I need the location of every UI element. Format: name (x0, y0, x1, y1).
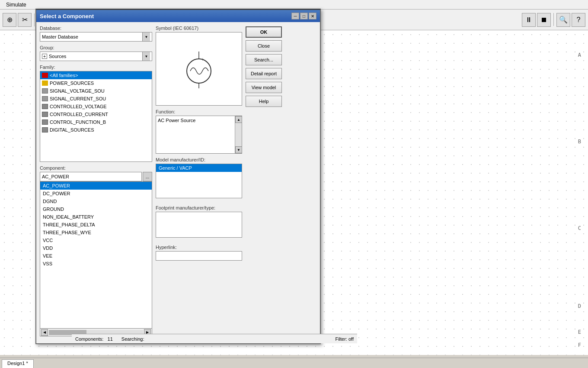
svg-text:+: + (201, 57, 204, 62)
family-list: <All families> POWER_SOURCES SIGNAL_VOLT… (40, 71, 152, 162)
close-button[interactable]: ✕ (309, 13, 316, 19)
database-combo-arrow: ▼ (142, 32, 150, 41)
components-count-value: 11 (108, 336, 113, 342)
group-expand-icon[interactable]: + (42, 54, 47, 59)
menu-bar: Simulate (0, 0, 588, 10)
hyperlink-label: Hyperlink: (156, 245, 242, 250)
detail-report-button[interactable]: Detail report (246, 68, 282, 79)
ok-button[interactable]: OK (246, 26, 282, 38)
family-icon-signal-c (42, 96, 48, 101)
group-label: Group: (40, 45, 152, 50)
model-mfr-label: Model manufacturer/ID: (156, 157, 242, 162)
toolbar-btn-stop[interactable]: ⏹ (537, 13, 551, 27)
canvas-label-a: A (578, 52, 581, 58)
component-item-three-phase-wye[interactable]: THREE_PHASE_WYE (40, 229, 152, 236)
canvas-label-b: B (578, 139, 581, 145)
menu-simulate[interactable]: Simulate (2, 1, 31, 9)
component-item-vss[interactable]: VSS (40, 260, 152, 268)
right-toolbar: ⏸ ⏹ 🔍 ? (522, 13, 585, 27)
model-mfr-section: Model manufacturer/ID: Generic / VACP (156, 157, 242, 198)
model-item-generic[interactable]: Generic / VACP (156, 164, 242, 172)
family-item-digital[interactable]: DIGITAL_SOURCES (40, 126, 152, 134)
component-item-ac-power[interactable]: AC_POWER (40, 182, 152, 190)
family-item-ctrl-c[interactable]: CONTROLLED_CURRENT (40, 110, 152, 118)
family-item-signal-v[interactable]: SIGNAL_VOLTAGE_SOU (40, 87, 152, 95)
family-icon-signal-v (42, 88, 48, 94)
component-browse-button[interactable]: ... (143, 172, 152, 181)
hyperlink-input[interactable] (156, 251, 242, 261)
family-item-ctrl-v[interactable]: CONTROLLED_VOLTAGE (40, 103, 152, 110)
family-item-ctrl-c-label: CONTROLLED_CURRENT (50, 112, 108, 117)
toolbar-btn-2[interactable]: ✂ (18, 13, 32, 27)
family-item-all-label: <All families> (50, 73, 78, 78)
close-button-btn[interactable]: Close (246, 40, 282, 52)
component-item-vdd[interactable]: VDD (40, 244, 152, 252)
maximize-button[interactable]: □ (300, 13, 308, 19)
family-icon-power (42, 81, 48, 86)
function-label: Function: (156, 109, 242, 114)
canvas-label-c: C (578, 225, 581, 231)
family-icon-ctrl-c (42, 112, 48, 117)
function-scroll-track (235, 123, 242, 146)
footprint-box (156, 212, 242, 238)
app-background: Simulate ⊕ ✂ M ◇ ---- ⚡ ↩ ⊞ ⊠ ⏸ ⏹ 🔍 ? A … (0, 0, 588, 368)
separator-1 (34, 13, 35, 26)
dialog-titlebar[interactable]: Select a Component ─ □ ✕ (36, 10, 320, 22)
minimize-button[interactable]: ─ (291, 13, 299, 19)
symbol-section: Symbol (IEC 60617) (156, 26, 242, 106)
family-item-power[interactable]: POWER_SOURCES (40, 79, 152, 87)
family-label: Family: (40, 65, 152, 70)
family-icon-digital (42, 127, 48, 132)
family-field-group: Family: <All families> POWER_SOURCES (40, 65, 152, 162)
function-scrollbar[interactable]: ▲ ▼ (235, 116, 242, 153)
tab-design1[interactable]: Design1 * (2, 359, 34, 368)
family-item-ctrl-v-label: CONTROLLED_VOLTAGE (50, 104, 107, 109)
group-combo[interactable]: + Sources ▼ (40, 52, 152, 61)
model-mfr-box: Generic / VACP (156, 164, 242, 198)
symbol-box: + (156, 32, 242, 106)
database-combo[interactable]: Master Database ▼ (40, 32, 152, 42)
family-item-signal-c[interactable]: SIGNAL_CURRENT_SOU (40, 95, 152, 103)
symbol-label: Symbol (IEC 60617) (156, 26, 242, 31)
family-item-power-label: POWER_SOURCES (50, 81, 94, 86)
toolbar-btn-pause[interactable]: ⏸ (522, 13, 536, 27)
canvas-label-e: E (578, 329, 581, 335)
component-item-dc-power[interactable]: DC_POWER (40, 190, 152, 197)
search-button[interactable]: Search... (246, 54, 282, 65)
component-item-dgnd[interactable]: DGND (40, 197, 152, 205)
component-item-non-ideal-battery[interactable]: NON_IDEAL_BATTERY (40, 213, 152, 221)
component-field-group: Component: AC_POWER ... AC_POWER DC_POWE… (40, 165, 152, 336)
function-text-area: AC Power Source ▲ ▼ (156, 116, 242, 154)
group-value: Sources (49, 54, 66, 59)
function-value: AC Power Source (158, 118, 195, 123)
canvas-label-f: F (578, 342, 581, 348)
view-model-button[interactable]: View model (246, 82, 282, 93)
family-icon-ctrl-f (42, 119, 48, 125)
family-item-signal-c-label: SIGNAL_CURRENT_SOU (50, 96, 106, 101)
family-icon-all (42, 73, 48, 78)
family-item-digital-label: DIGITAL_SOURCES (50, 127, 94, 132)
toolbar-btn-help[interactable]: ? (572, 13, 585, 27)
function-scroll-up[interactable]: ▲ (235, 116, 242, 123)
components-count-label: Components: 11 (75, 336, 113, 342)
footprint-section: Footprint manufacturer/type: (156, 205, 242, 238)
component-item-vcc[interactable]: VCC (40, 236, 152, 244)
family-item-all[interactable]: <All families> (40, 71, 152, 79)
component-item-ground[interactable]: GROUND (40, 205, 152, 213)
help-button[interactable]: Help (246, 96, 282, 107)
dialog-window-controls: ─ □ ✕ (291, 13, 316, 19)
component-input[interactable]: AC_POWER (40, 172, 142, 181)
toolbar-btn-scope[interactable]: 🔍 (556, 13, 570, 27)
component-item-three-phase-delta[interactable]: THREE_PHASE_DELTA (40, 221, 152, 229)
function-scroll-down[interactable]: ▼ (235, 146, 242, 153)
toolbar-btn-1[interactable]: ⊕ (3, 13, 16, 27)
family-item-signal-v-label: SIGNAL_VOLTAGE_SOU (50, 88, 105, 94)
component-item-vee[interactable]: VEE (40, 252, 152, 260)
dialog-body: Database: Master Database ▼ Group: + Sou… (36, 22, 320, 343)
dialog-title: Select a Component (40, 13, 94, 19)
middle-panel: Symbol (IEC 60617) (156, 26, 242, 340)
scroll-left-arrow[interactable]: ◀ (41, 329, 48, 336)
footprint-label: Footprint manufacturer/type: (156, 205, 242, 210)
family-item-ctrl-f[interactable]: CONTROL_FUNCTION_B (40, 118, 152, 126)
group-combo-arrow: ▼ (142, 52, 150, 61)
